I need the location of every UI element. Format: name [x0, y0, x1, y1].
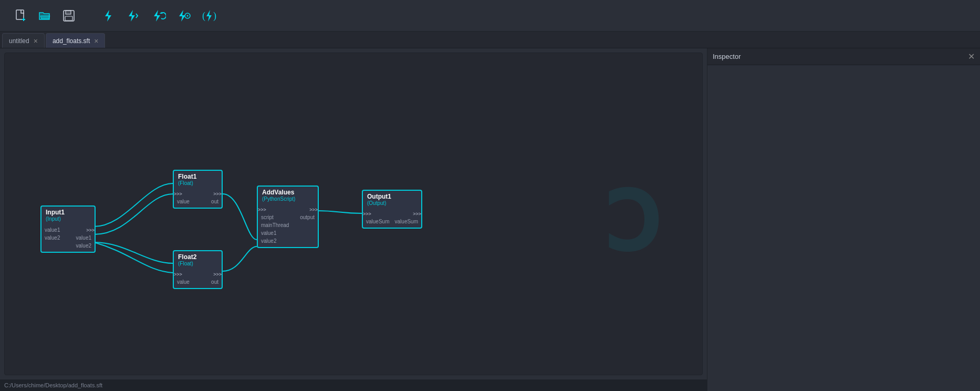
connections-svg [5, 53, 702, 375]
port-float2-exec-out: >>> [213, 272, 222, 277]
run-step-icon[interactable] [123, 6, 144, 25]
tab-untitled-close[interactable]: × [34, 37, 38, 45]
svg-rect-5 [65, 16, 72, 20]
port-input1-exec-out: >>> [86, 228, 95, 233]
node-output1-subtitle: (Output) [363, 200, 421, 208]
node-output1[interactable]: Output1 (Output) >>> >>> valueSum valueS… [362, 190, 422, 229]
tab-untitled-label: untitled [9, 37, 29, 45]
port-output1-valuesum-in: valueSum [363, 219, 389, 224]
run-icon[interactable] [98, 6, 119, 25]
port-addvalues-value2: value2 [258, 238, 276, 244]
conn-input1-float2-value2 [94, 242, 173, 273]
conn-addvalues-output1 [317, 211, 362, 213]
main-area: ↄ Input1 (Input) [0, 48, 980, 391]
port-float2-value-in: value [174, 279, 190, 285]
port-input1-value2-out: value2 [76, 243, 95, 249]
port-float1-out: out [211, 199, 222, 204]
node-float2-title: Float2 [174, 251, 222, 261]
port-input1-value2-in: value2 [41, 235, 60, 241]
port-float1-value-in: value [174, 199, 190, 204]
run-group-icon[interactable]: ( ) [199, 6, 222, 25]
conn-float1-addvalues [223, 194, 257, 240]
toolbar: ( ) [0, 0, 980, 32]
svg-marker-6 [105, 10, 111, 22]
conn-input1-float1-value1 [94, 194, 173, 234]
canvas-container: ↄ Input1 (Input) [0, 48, 707, 391]
svg-marker-14 [206, 10, 212, 22]
port-float1-exec-out: >>> [213, 191, 222, 197]
node-float1[interactable]: Float1 (Float) >>> >>> value out [173, 170, 223, 209]
port-addvalues-exec-in: >>> [258, 207, 266, 212]
port-float1-exec-in: >>> [174, 191, 182, 197]
svg-marker-8 [154, 10, 160, 22]
node-float1-subtitle: (Float) [174, 180, 222, 188]
node-addvalues-title: AddValues [258, 187, 318, 196]
tab-add-floats[interactable]: add_floats.sft × [46, 33, 106, 48]
port-addvalues-output: output [300, 214, 318, 220]
status-bar: C:/Users/chime/Desktop/add_floats.sft [0, 379, 707, 391]
node-float1-title: Float1 [174, 171, 222, 180]
status-path: C:/Users/chime/Desktop/add_floats.sft [4, 382, 102, 388]
port-input1-value1-out: value1 [76, 235, 95, 241]
node-output1-title: Output1 [363, 191, 421, 200]
inspector-close-button[interactable]: ✕ [968, 52, 975, 61]
inspector-title: Inspector [713, 53, 741, 60]
svg-rect-4 [66, 11, 71, 14]
tab-add-floats-close[interactable]: × [94, 37, 98, 45]
conn-input1-float2-exec [94, 242, 173, 263]
port-output1-exec-in: >>> [363, 211, 371, 217]
svg-point-12 [187, 15, 189, 16]
node-float2[interactable]: Float2 (Float) >>> >>> value out [173, 250, 223, 289]
port-float2-out: out [211, 279, 222, 285]
port-float2-exec-in: >>> [174, 272, 182, 277]
port-addvalues-exec-out: >>> [309, 207, 318, 212]
inspector-panel: Inspector ✕ [707, 48, 980, 391]
tab-add-floats-label: add_floats.sft [53, 37, 90, 45]
port-addvalues-value1: value1 [258, 230, 276, 236]
svg-marker-7 [129, 10, 135, 22]
watermark: ↄ [602, 161, 660, 266]
conn-input1-float1-exec [94, 183, 173, 227]
svg-marker-10 [179, 10, 185, 22]
svg-rect-0 [16, 10, 24, 19]
node-addvalues-subtitle: (PythonScript) [258, 196, 318, 204]
new-file-icon[interactable] [11, 7, 30, 25]
svg-text:(: ( [202, 11, 205, 22]
port-addvalues-mainthread: mainThread [258, 222, 289, 228]
canvas[interactable]: ↄ Input1 (Input) [4, 53, 703, 375]
node-addvalues[interactable]: AddValues (PythonScript) >>> >>> script … [257, 186, 319, 248]
node-float2-subtitle: (Float) [174, 261, 222, 269]
port-input1-value1-in: value1 [41, 227, 60, 233]
node-input1-title: Input1 [41, 207, 95, 216]
svg-text:): ) [213, 11, 216, 22]
open-folder-icon[interactable] [35, 7, 55, 25]
save-icon[interactable] [59, 7, 79, 25]
run-settings-icon[interactable] [173, 6, 194, 25]
port-addvalues-script: script [258, 214, 274, 220]
node-input1-subtitle: (Input) [41, 216, 95, 224]
node-input1[interactable]: Input1 (Input) value1 >>> value2 value1 … [40, 205, 96, 253]
run-reload-icon[interactable] [148, 6, 169, 25]
inspector-header: Inspector ✕ [707, 48, 980, 65]
port-output1-exec-out: >>> [413, 211, 421, 217]
port-output1-valuesum-out: valueSum [395, 219, 421, 224]
conn-float2-addvalues [223, 246, 257, 271]
tabs-bar: untitled × add_floats.sft × [0, 32, 980, 48]
inspector-body [707, 65, 980, 391]
tab-untitled[interactable]: untitled × [2, 33, 45, 48]
